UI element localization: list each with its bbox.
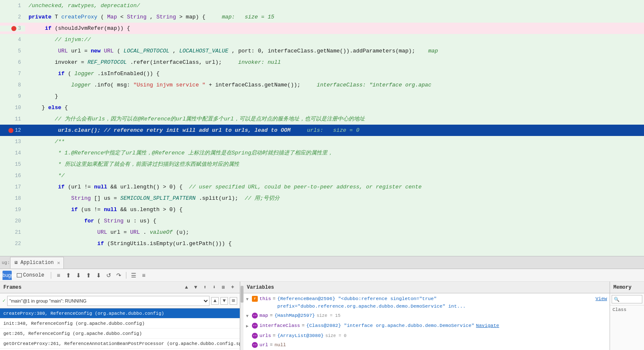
code-lines: 1 /unchecked, rawtypes, deprecation/ 2 p… <box>0 0 644 256</box>
tab-prefix: ug: <box>2 260 10 265</box>
stack-frame-3[interactable]: getOrCreateProxy:261, ReferenceAnnotatio… <box>0 339 240 349</box>
toolbar-row: Debugger Console ≡ ⬆ ⬇ ⬆ ⬇ ↺ ↷ ☰ ≡ <box>0 269 644 282</box>
line-number-15: 15 <box>0 162 25 167</box>
var-icon-this: f <box>252 296 258 302</box>
line-number-19: 19 <box>0 207 25 213</box>
toolbar-btn-list[interactable]: ≡ <box>139 271 148 280</box>
code-line-5: 5 URL url = new URL ( LOCAL_PROTOCOL , L… <box>0 45 644 57</box>
line-content-14: * 1.@Reference中指定了url属性，@Reference 上标注的属… <box>25 147 644 159</box>
variables-header-label: Variables <box>247 285 274 290</box>
variables-panel: Variables f this = {ReferenceBean@2596} … <box>243 282 610 350</box>
code-line-9: 9 } <box>0 91 644 102</box>
frames-nav-down[interactable]: ▼ <box>192 284 199 291</box>
line-number-16: 16 <box>0 173 25 179</box>
frames-scrollbar[interactable] <box>240 282 243 350</box>
toolbar-btn-down1[interactable]: ⬇ <box>74 271 83 280</box>
code-line-12: 12 urls.clear(); // reference retry init… <box>0 125 644 136</box>
line-content-19: if (us != null && us.length > 0) { <box>25 204 644 215</box>
line-number-7: 7 <box>0 71 25 77</box>
line-content-11: // 为什么会有urls，因为可以在@Reference的url属性中配置多个u… <box>25 113 644 125</box>
line-number-13: 13 <box>0 139 25 145</box>
running-check-icon: ✓ <box>3 298 5 304</box>
stack-frame-0[interactable]: createProxy:380, ReferenceConfig (org.ap… <box>0 308 240 319</box>
var-icon-map: ∘∘ <box>252 313 258 319</box>
line-content-20: for ( String u : us) { <box>25 215 644 227</box>
code-line-3: 3 if (shouldJvmRefer(map)) { <box>0 23 644 34</box>
toolbar-btn-next[interactable]: ↷ <box>114 271 123 280</box>
line-number-5: 5 <box>0 48 25 54</box>
code-line-18: 18 String [] us = SEMICOLON_SPLIT_PATTER… <box>0 193 644 204</box>
line-content-15: * 所以这里如果配置了就会有，前面讲过扫描到这些东西赋值给对应的属性 <box>25 159 644 170</box>
frames-header-label: Frames <box>3 285 21 290</box>
code-line-6: 6 invoker = REF_PROTOCOL .refer(interfac… <box>0 57 644 68</box>
frames-add[interactable]: + <box>229 284 236 291</box>
line-content-4: // injvm:// <box>25 34 644 45</box>
thread-nav-down[interactable]: ▼ <box>220 297 228 305</box>
line-content-8: logger .info( msg: "Using injvm service … <box>25 79 644 91</box>
code-line-22: 22 if (StringUtils.isEmpty(url.getPath()… <box>0 238 644 249</box>
memory-search-input[interactable] <box>612 295 642 303</box>
frames-header: Frames ▲ ▼ ⬆ ⬇ ⊞ + <box>0 282 240 293</box>
line-content-13: /** <box>25 136 644 147</box>
code-line-20: 20 for ( String u : us) { <box>0 215 644 227</box>
var-dot-urls <box>246 332 252 340</box>
console-tab[interactable]: Console <box>13 272 48 279</box>
thread-filter-btn[interactable]: ⊞ <box>230 297 237 305</box>
code-line-4: 4 // injvm:// <box>0 34 644 45</box>
memory-header-label: Memory <box>613 285 631 290</box>
var-row-url: ∘∘ url = null <box>243 340 610 350</box>
thread-nav-up[interactable]: ▲ <box>211 297 219 305</box>
toolbar-btn-down2[interactable]: ⬇ <box>94 271 103 280</box>
line-number-4: 4 <box>0 37 25 43</box>
variables-content: f this = {ReferenceBean@2596} "<dubbo:re… <box>243 293 610 350</box>
frames-filter[interactable]: ⊞ <box>220 284 227 291</box>
toolbar-btn-refresh[interactable]: ↺ <box>104 271 113 280</box>
var-arrow-this[interactable] <box>246 295 252 303</box>
toolbar-btn-table[interactable]: ☰ <box>129 271 138 280</box>
toolbar-btn-menu[interactable]: ≡ <box>54 271 63 280</box>
code-line-7: 7 if ( logger .isInfoEnabled()) { <box>0 68 644 79</box>
line-number-3: 3 <box>0 26 25 31</box>
code-line-2: 2 private T createProxy ( Map < String ,… <box>0 11 644 23</box>
frames-nav-up2[interactable]: ⬆ <box>201 284 209 291</box>
main-content: Frames ▲ ▼ ⬆ ⬇ ⊞ + ✓ "main"@1 in group "… <box>0 282 644 350</box>
code-line-1: 1 /unchecked, rawtypes, deprecation/ <box>0 0 644 11</box>
stack-frame-1[interactable]: init:348, ReferenceConfig (org.apache.du… <box>0 319 240 329</box>
debugger-tab[interactable]: Debugger <box>3 271 12 280</box>
stack-frame-2[interactable]: get:265, ReferenceConfig (org.apache.dub… <box>0 329 240 339</box>
line-content-1: /unchecked, rawtypes, deprecation/ <box>25 0 644 11</box>
line-number-2: 2 <box>0 14 25 20</box>
application-tab[interactable]: 🖥 Application ✕ <box>10 257 64 269</box>
line-content-3: if (shouldJvmRefer(map)) { <box>25 23 644 34</box>
memory-class-label[interactable]: Class <box>610 306 644 314</box>
close-tab-icon[interactable]: ✕ <box>57 260 60 266</box>
line-content-6: invoker = REF_PROTOCOL .refer(interfaceC… <box>25 57 644 68</box>
toolbar-btn-up2[interactable]: ⬆ <box>84 271 93 280</box>
code-line-11: 11 // 为什么会有urls，因为可以在@Reference的url属性中配置… <box>0 113 644 125</box>
code-line-16: 16 */ <box>0 170 644 181</box>
frames-nav-up[interactable]: ▲ <box>183 284 190 291</box>
var-icon-urls: ∘∘ <box>252 333 258 339</box>
var-icon-url: ∘∘ <box>252 342 258 348</box>
var-arrow-interfaceclass[interactable] <box>246 322 252 330</box>
toolbar-divider2 <box>126 272 126 279</box>
code-line-8: 8 logger .info( msg: "Using injvm servic… <box>0 79 644 91</box>
code-line-13: 13 /** <box>0 136 644 147</box>
frames-nav-down2[interactable]: ⬇ <box>210 284 218 291</box>
line-content-5: URL url = new URL ( LOCAL_PROTOCOL , LOC… <box>25 45 644 57</box>
var-arrow-map[interactable] <box>246 312 252 320</box>
line-number-6: 6 <box>0 60 25 65</box>
thread-dropdown[interactable]: "main"@1 in group "main": RUNNING <box>7 296 209 306</box>
line-number-20: 20 <box>0 218 25 224</box>
var-icon-interfaceclass: ∘∘ <box>252 323 258 329</box>
code-line-21: 21 URL url = URL . valueOf (u); <box>0 227 644 238</box>
line-content-9: } <box>25 91 644 102</box>
memory-search-area <box>610 293 644 306</box>
var-navigate-link-interfaceclass[interactable]: Navigate <box>476 322 499 329</box>
bottom-panel: ug: 🖥 Application ✕ Debugger Console ≡ ⬆… <box>0 256 644 350</box>
var-row-interfaceclass: ∘∘ interfaceClass = {Class@2082} "interf… <box>243 321 610 331</box>
toolbar-btn-up1[interactable]: ⬆ <box>64 271 73 280</box>
var-view-link-this[interactable]: View <box>595 295 607 303</box>
var-dot-url <box>246 341 252 349</box>
frames-panel: Frames ▲ ▼ ⬆ ⬇ ⊞ + ✓ "main"@1 in group "… <box>0 282 240 350</box>
